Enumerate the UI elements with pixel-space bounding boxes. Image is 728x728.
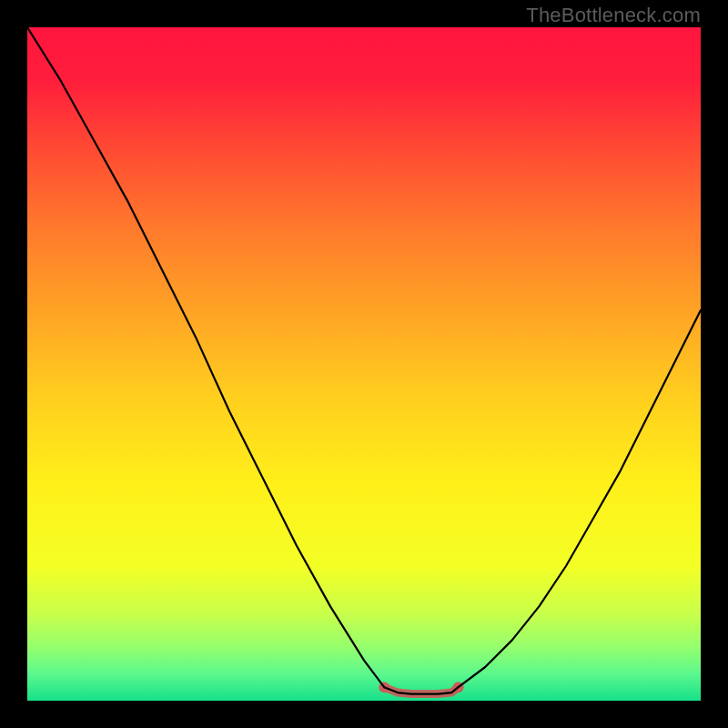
curve-left-branch [27, 27, 384, 687]
chart-frame: TheBottleneck.com [0, 0, 728, 728]
watermark-text: TheBottleneck.com [526, 4, 701, 27]
curve-right-branch [459, 310, 701, 687]
curve-layer [27, 27, 701, 701]
plot-area [27, 27, 701, 701]
